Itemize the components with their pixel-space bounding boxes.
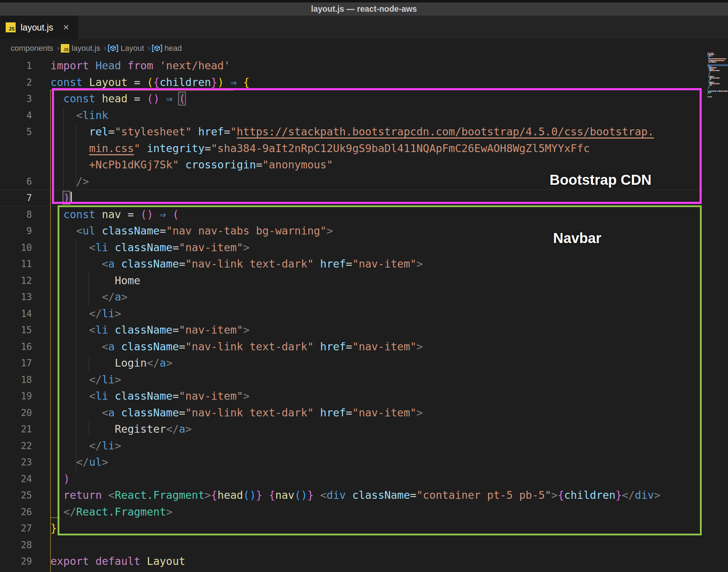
javascript-file-icon: JS — [6, 22, 16, 32]
line-number: 7 — [0, 190, 50, 206]
minimap-line — [707, 67, 717, 68]
line-number: 27 — [0, 520, 50, 537]
line-number: 9 — [0, 223, 50, 239]
minimap-line — [707, 82, 714, 83]
line-number: 5 — [0, 124, 50, 140]
chevron-right-icon: › — [57, 44, 59, 53]
line-number: 22 — [0, 438, 50, 454]
tab-label: layout.js — [21, 22, 53, 33]
minimap-line — [707, 92, 711, 93]
line-number: 10 — [0, 239, 50, 256]
minimap-line — [707, 71, 710, 72]
minimap-line — [707, 63, 708, 64]
line-number: 18 — [0, 372, 50, 388]
minimap-line — [707, 80, 710, 81]
minimap-line — [707, 70, 720, 71]
line-number: 16 — [0, 339, 50, 355]
minimap-line — [707, 76, 714, 77]
minimap-line — [707, 87, 709, 88]
minimap-line — [707, 55, 712, 56]
line-number: 28 — [0, 537, 50, 554]
annotation-label-bootstrap-cdn: Bootstrap CDN — [550, 172, 652, 188]
symbol-field-icon — [152, 44, 162, 53]
line-number: 21 — [0, 421, 50, 438]
minimap-line — [707, 83, 720, 84]
line-number: 11 — [0, 256, 50, 272]
minimap-line — [707, 93, 708, 95]
breadcrumb-item-head-symbol[interactable]: head — [165, 44, 182, 53]
tab-layout-js[interactable]: JS layout.js × — [0, 16, 78, 39]
minimap-line — [707, 57, 709, 58]
line-number: 1 — [0, 58, 50, 74]
close-tab-icon[interactable]: × — [63, 22, 69, 33]
line-number: 25 — [0, 487, 50, 504]
editor-tab-bar[interactable]: JS layout.js × — [0, 16, 728, 39]
line-number: 2 — [0, 74, 50, 91]
breadcrumb: components › JS layout.js › Layout › hea… — [0, 39, 728, 58]
window-top-edge — [0, 0, 728, 2]
code-line[interactable]: 29export default Layout — [0, 553, 706, 570]
line-number: 14 — [0, 306, 50, 322]
line-number: 24 — [0, 471, 50, 487]
line-number: 8 — [0, 206, 50, 223]
minimap-line — [707, 91, 728, 92]
line-number: 15 — [0, 322, 50, 339]
window-title-bar[interactable]: layout.js — react-node-aws — [0, 0, 728, 16]
minimap-line — [707, 73, 710, 74]
line-number: 6 — [0, 173, 50, 190]
line-number: 3 — [0, 91, 50, 107]
minimap-line — [707, 96, 712, 97]
breadcrumb-item-layout-symbol[interactable]: Layout — [121, 44, 144, 53]
minimap-line — [707, 54, 715, 55]
minimap-line — [707, 64, 708, 65]
minimap-line — [707, 66, 712, 67]
line-number: 19 — [0, 388, 50, 405]
line-number: 13 — [0, 289, 50, 306]
chevron-right-icon: › — [104, 44, 106, 53]
line-number — [0, 157, 50, 173]
annotation-label-navbar: Navbar — [553, 230, 601, 246]
window-title: layout.js — react-node-aws — [0, 2, 728, 16]
chevron-right-icon: › — [148, 44, 150, 53]
line-number: 26 — [0, 504, 50, 520]
minimap-line — [707, 79, 711, 80]
code-line[interactable]: 28 — [0, 537, 706, 554]
line-number — [0, 140, 50, 157]
javascript-file-icon: JS — [61, 44, 69, 53]
minimap-line — [707, 61, 716, 63]
breadcrumb-item-components[interactable]: components — [11, 44, 53, 53]
minimap-line — [707, 77, 720, 79]
annotation-box-navbar — [58, 205, 702, 535]
minimap-line — [707, 69, 714, 70]
line-number: 12 — [0, 272, 50, 289]
minimap-line — [707, 75, 710, 76]
line-number: 4 — [0, 107, 50, 124]
line-number: 17 — [0, 355, 50, 372]
minimap[interactable] — [707, 53, 728, 124]
line-number: 20 — [0, 405, 50, 421]
minimap-line — [707, 58, 726, 59]
code-text: export default Layout — [50, 553, 185, 570]
minimap-line — [707, 60, 724, 61]
minimap-line — [707, 53, 713, 54]
minimap-line — [707, 89, 708, 90]
minimap-line — [707, 86, 710, 87]
line-number: 23 — [0, 454, 50, 471]
minimap-line — [707, 85, 712, 86]
breadcrumb-item-layout-js[interactable]: layout.js — [71, 44, 100, 53]
symbol-field-icon — [108, 44, 118, 53]
line-number: 29 — [0, 553, 50, 570]
code-line[interactable]: 1import Head from 'next/head' — [0, 58, 706, 74]
code-text: import Head from 'next/head' — [50, 58, 230, 74]
code-text: } — [50, 520, 57, 537]
